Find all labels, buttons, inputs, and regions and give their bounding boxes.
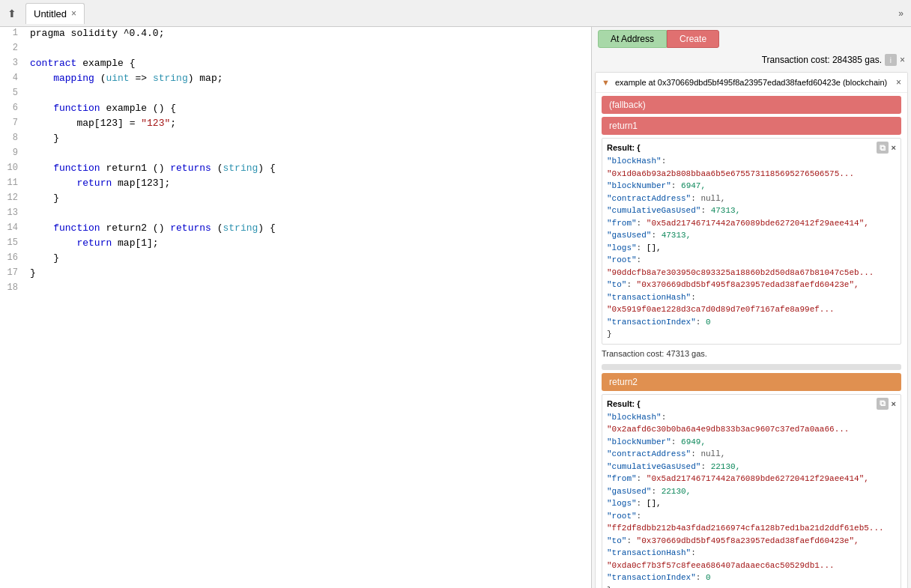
result-json-line: "gasUsed": 47313, [607,229,896,242]
tab-bar-right: » [894,7,908,20]
line-number: 6 [0,102,27,117]
triangle-icon: ▼ [602,78,610,87]
line-number: 9 [0,147,27,162]
line-content [27,147,591,162]
line-content [27,87,591,102]
top-tx-cost-bar: Transaction cost: 284385 gas. i × [592,51,911,69]
line-content [27,42,591,57]
result2-block: Result: { ⧉ × "blockHash": "0x2aafd6c30b… [602,394,901,589]
result-json-line: "contractAddress": null, [607,193,896,205]
line-number: 12 [0,192,27,207]
tab-close[interactable]: × [71,9,76,18]
contract-header-title: ▼ example at 0x370669dbd5bf495f8a23957ed… [602,78,887,87]
line-content: } [27,267,591,282]
result-json-line: "blockHash": "0x1d0a6b93a2b808bbaa6b5e67… [607,155,896,180]
result1-tx-cost: Transaction cost: 47313 gas. [596,348,907,363]
line-number: 2 [0,42,27,57]
result-json-line: "transactionHash": "0x5919f0ae1228d3ca7d… [607,291,896,316]
create-button[interactable]: Create [667,30,719,48]
code-line: 11 return map[123]; [0,177,591,192]
code-line: 13 [0,207,591,222]
tab-untitled[interactable]: Untitled × [25,3,85,24]
return2-button[interactable]: return2 [602,373,901,391]
result-json-line: "contractAddress": null, [607,448,896,461]
line-content: map[123] = "123"; [27,117,591,132]
fallback-button[interactable]: (fallback) [602,96,901,114]
return1-button[interactable]: return1 [602,117,901,135]
line-content: mapping (uint => string) map; [27,72,591,87]
code-line: 4 mapping (uint => string) map; [0,72,591,87]
result-json-line: "transactionHash": "0xda0cf7b3f57c8feea6… [607,547,896,572]
top-tx-close[interactable]: × [900,55,905,65]
line-content: function example () { [27,102,591,117]
action-bar: At Address Create [592,27,911,51]
result1-block: Result: { ⧉ × "blockHash": "0x1d0a6b93a2… [602,138,901,345]
result-json-line: "to": "0x370669dbd5bf495f8a23957edad38fa… [607,535,896,548]
at-address-button[interactable]: At Address [598,30,667,48]
line-number: 16 [0,252,27,267]
tab-label: Untitled [34,8,67,19]
code-line: 5 [0,87,591,102]
code-line: 1pragma solidity ^0.4.0; [0,27,591,42]
code-line: 18 [0,282,591,297]
result2-label: Result: { [607,399,641,408]
line-number: 10 [0,162,27,177]
result1-icons: ⧉ × [877,142,896,154]
line-content [27,282,591,297]
result2-header: Result: { ⧉ × [607,398,896,410]
result-json-line: "logs": [], [607,497,896,510]
code-line: 6 function example () { [0,102,591,117]
result-json-line: "cumulativeGasUsed": 47313, [607,204,896,217]
line-content: contract example { [27,57,591,72]
code-line: 17} [0,267,591,282]
result-json-line: "from": "0x5ad21746717442a76089bde627204… [607,473,896,485]
result-json-line: "root": "90ddcfb8a7e303950c893325a18860b… [607,254,896,279]
result-json-line: "from": "0x5ad21746717442a76089bde627204… [607,217,896,230]
top-info-icon[interactable]: i [885,54,897,66]
result-json-line: "to": "0x370669dbd5bf495f8a23957edad38fa… [607,279,896,291]
line-number: 18 [0,282,27,297]
result-json-line: "transactionIndex": 0 [607,572,896,584]
result2-close[interactable]: × [892,399,896,408]
result2-copy-icon[interactable]: ⧉ [877,398,889,410]
result-json-line: "blockHash": "0x2aafd6c30b0ba6a4e9db833b… [607,411,896,436]
code-table: 1pragma solidity ^0.4.0;2 3contract exam… [0,27,591,297]
tab-bar: ⬆ Untitled × » [0,0,911,27]
line-number: 11 [0,177,27,192]
code-line: 7 map[123] = "123"; [0,117,591,132]
line-number: 13 [0,207,27,222]
result1-close[interactable]: × [892,143,896,152]
result1-json: "blockHash": "0x1d0a6b93a2b808bbaa6b5e67… [607,155,896,341]
collapse-button[interactable]: » [894,7,908,20]
code-line: 16 } [0,252,591,267]
result1-header: Result: { ⧉ × [607,142,896,154]
upload-icon[interactable]: ⬆ [3,4,21,22]
tab-bar-left: ⬆ Untitled × [3,3,85,24]
result1-copy-icon[interactable]: ⧉ [877,142,889,154]
line-number: 5 [0,87,27,102]
result2-json: "blockHash": "0x2aafd6c30b0ba6a4e9db833b… [607,411,896,589]
line-content: function return1 () returns (string) { [27,162,591,177]
result-json-line: "root": "ff2df8dbb212b4a3fdad2166974cfa1… [607,510,896,535]
line-content: } [27,132,591,147]
result-json-line: "cumulativeGasUsed": 22130, [607,461,896,473]
contract-section: ▼ example at 0x370669dbd5bf495f8a23957ed… [595,72,908,588]
result-json-line: "blockNumber": 6947, [607,180,896,193]
result-json-line: "logs": [], [607,242,896,255]
result-json-line: "transactionIndex": 0 [607,316,896,329]
code-editor[interactable]: 1pragma solidity ^0.4.0;2 3contract exam… [0,27,592,588]
code-line: 3contract example { [0,57,591,72]
contract-header: ▼ example at 0x370669dbd5bf495f8a23957ed… [596,73,907,93]
main-layout: 1pragma solidity ^0.4.0;2 3contract exam… [0,27,911,588]
code-line: 15 return map[1]; [0,237,591,252]
contract-section-close[interactable]: × [896,77,901,88]
code-line: 2 [0,42,591,57]
contract-address-text: example at 0x370669dbd5bf495f8a23957edad… [615,78,887,87]
right-panel: At Address Create Transaction cost: 2843… [592,27,911,588]
code-line: 9 [0,147,591,162]
line-content: } [27,192,591,207]
line-content [27,207,591,222]
line-number: 17 [0,267,27,282]
line-content: function return2 () returns (string) { [27,222,591,237]
result2-icons: ⧉ × [877,398,896,410]
